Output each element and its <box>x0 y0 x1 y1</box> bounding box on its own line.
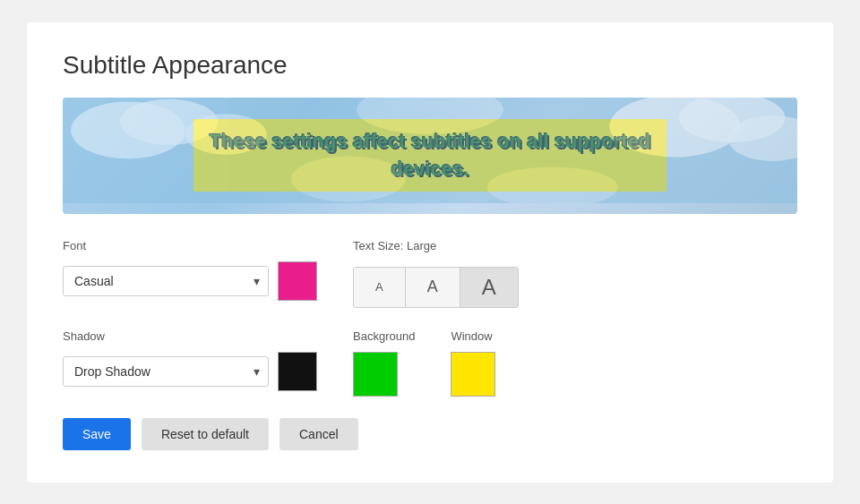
main-container: Subtitle Appearance These settings affec… <box>27 22 833 483</box>
background-color-swatch[interactable] <box>353 352 398 397</box>
font-select[interactable]: Casual Default Monospace Serif Proportio… <box>63 266 269 296</box>
window-group: Window <box>451 329 495 397</box>
text-size-large-letter: A <box>482 275 496 300</box>
shadow-color-swatch[interactable] <box>278 352 317 391</box>
save-button[interactable]: Save <box>63 418 131 450</box>
shadow-group: Shadow Drop Shadow None Raised Depressed… <box>63 329 317 391</box>
background-label: Background <box>353 329 415 343</box>
buttons-row: Save Reset to default Cancel <box>63 418 797 450</box>
window-color-swatch[interactable] <box>451 352 495 397</box>
font-select-wrapper: Casual Default Monospace Serif Proportio… <box>63 266 269 296</box>
text-size-label: Text Size: Large <box>353 239 519 252</box>
shadow-select-wrapper: Drop Shadow None Raised Depressed Unifor… <box>63 356 269 387</box>
cancel-button[interactable]: Cancel <box>280 418 358 450</box>
page-title: Subtitle Appearance <box>63 51 797 80</box>
shadow-row: Shadow Drop Shadow None Raised Depressed… <box>63 329 797 397</box>
shadow-select[interactable]: Drop Shadow None Raised Depressed Unifor… <box>63 356 269 387</box>
shadow-control-inline: Drop Shadow None Raised Depressed Unifor… <box>63 352 317 391</box>
text-size-small-button[interactable]: A <box>354 268 406 307</box>
font-row: Font Casual Default Monospace Serif Prop… <box>63 239 797 308</box>
window-label: Window <box>451 329 495 343</box>
text-size-group: Text Size: Large A A A <box>353 239 519 308</box>
shadow-label: Shadow <box>63 329 317 343</box>
font-control-inline: Casual Default Monospace Serif Proportio… <box>63 261 317 301</box>
background-group: Background <box>353 329 415 397</box>
text-size-large-button[interactable]: A <box>460 268 518 307</box>
font-group: Font Casual Default Monospace Serif Prop… <box>63 239 317 301</box>
text-size-small-letter: A <box>375 280 383 294</box>
text-size-medium-button[interactable]: A <box>406 268 460 307</box>
subtitle-preview: These settings affect subtitles on all s… <box>63 98 797 214</box>
font-color-swatch[interactable] <box>278 261 317 301</box>
svg-point-8 <box>291 156 406 201</box>
reset-button[interactable]: Reset to default <box>142 418 269 450</box>
text-size-buttons: A A A <box>353 267 519 308</box>
text-size-medium-letter: A <box>427 278 438 296</box>
font-label: Font <box>63 239 317 252</box>
svg-point-3 <box>185 114 267 155</box>
